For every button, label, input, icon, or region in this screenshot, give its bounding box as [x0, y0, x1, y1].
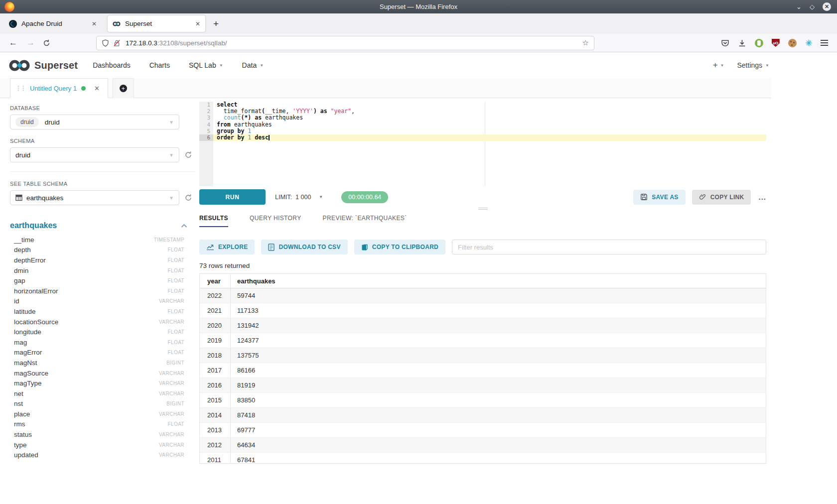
column-name: type	[14, 441, 27, 449]
code-line: count(*) as earthquakes	[213, 115, 766, 121]
column-type: BIGINT	[166, 401, 184, 406]
code-line: order by 1 desc	[213, 134, 766, 141]
save-as-button[interactable]: SAVE AS	[633, 190, 685, 205]
cell-earthquakes: 69777	[231, 423, 766, 437]
cell-earthquakes: 137575	[231, 348, 766, 363]
schema-column-row: typeVARCHAR	[14, 440, 184, 450]
column-type: FLOAT	[168, 309, 184, 314]
ublock-origin-icon[interactable]: uO	[772, 39, 780, 47]
close-query-tab-icon[interactable]: ✕	[94, 85, 100, 92]
new-tab-button[interactable]: +	[213, 18, 219, 29]
add-new-button[interactable]: +▼	[713, 60, 724, 70]
close-tab-icon[interactable]: ✕	[195, 20, 200, 27]
tab-query-history[interactable]: QUERY HISTORY	[250, 215, 301, 227]
superset-logo[interactable]: Superset	[8, 59, 78, 72]
column-header-earthquakes[interactable]: earthquakes	[237, 277, 276, 285]
see-table-schema-label: SEE TABLE SCHEMA	[10, 181, 199, 187]
close-button[interactable]: ✕	[823, 2, 831, 11]
menu-icon[interactable]	[821, 40, 828, 46]
cookie-extension-icon[interactable]	[788, 39, 797, 47]
collapse-chevron-icon[interactable]	[181, 224, 187, 228]
table-icon	[15, 194, 22, 201]
cell-year: 2022	[200, 288, 231, 303]
bookmark-star-icon[interactable]: ☆	[582, 38, 589, 47]
schema-column-row: statusVARCHAR	[14, 429, 184, 440]
cell-year: 2014	[200, 408, 231, 422]
cell-year: 2021	[200, 303, 231, 318]
explore-button[interactable]: EXPLORE	[199, 240, 255, 254]
pocket-icon[interactable]	[721, 39, 729, 47]
schema-column-row: netVARCHAR	[14, 388, 184, 399]
table-select[interactable]: earthquakes ▼	[10, 190, 179, 205]
more-options-button[interactable]: ...	[758, 193, 766, 201]
nav-data[interactable]: Data▼	[242, 61, 264, 69]
column-header-year[interactable]: year	[207, 277, 221, 285]
results-table: year earthquakes 20225974420211171332020…	[199, 273, 766, 464]
cell-year: 2020	[200, 318, 231, 333]
editor-code[interactable]: select time_format(__time, 'YYYY') as "y…	[213, 102, 766, 141]
chevron-down-icon: ▼	[720, 63, 724, 68]
query-tab-title: Untitled Query 1	[30, 85, 77, 92]
insecure-lock-icon[interactable]	[113, 39, 121, 47]
nav-charts[interactable]: Charts	[149, 61, 170, 69]
nav-sql-lab[interactable]: SQL Lab▼	[189, 61, 223, 69]
browser-tab-superset[interactable]: Superset ✕	[108, 15, 205, 32]
nav-dashboards[interactable]: Dashboards	[93, 61, 131, 69]
window-title: Superset — Mozilla Firefox	[0, 3, 837, 10]
privacy-badger-icon[interactable]	[755, 39, 763, 47]
back-button[interactable]: ←	[9, 38, 17, 48]
limit-dropdown[interactable]: LIMIT: 1 000 ▼	[275, 194, 323, 201]
database-select[interactable]: druid druid ▼	[10, 115, 179, 129]
settings-menu[interactable]: Settings▼	[737, 61, 769, 69]
column-type: VARCHAR	[159, 452, 184, 458]
code-line: from earthquakes	[213, 122, 766, 128]
refresh-tables-icon[interactable]	[184, 194, 192, 202]
schema-column-row: rmsFLOAT	[14, 419, 184, 430]
line-number: 1	[199, 102, 213, 108]
column-name: rms	[14, 420, 25, 428]
schema-select[interactable]: druid ▼	[10, 147, 179, 162]
url-text: 172.18.0.3:32108/superset/sqllab/	[126, 39, 227, 47]
drag-handle-icon[interactable]: ⋮⋮	[15, 85, 25, 92]
reload-button[interactable]	[43, 39, 50, 47]
column-type: VARCHAR	[159, 411, 184, 417]
download-icon[interactable]	[738, 39, 746, 47]
forward-button[interactable]: →	[26, 38, 35, 48]
table-row: 2019124377	[200, 333, 766, 348]
query-tab-bar: ⋮⋮ Untitled Query 1 ✕ +	[0, 78, 771, 98]
url-bar[interactable]: 172.18.0.3:32108/superset/sqllab/ ☆	[96, 36, 594, 50]
cell-year: 2013	[200, 423, 231, 437]
close-tab-icon[interactable]: ✕	[92, 20, 97, 27]
download-csv-button[interactable]: DOWNLOAD TO CSV	[261, 240, 347, 254]
extension-asterisk-icon[interactable]: ✳	[805, 39, 812, 47]
line-number: 5	[199, 128, 213, 134]
tab-results[interactable]: RESULTS	[199, 215, 228, 227]
column-name: place	[14, 410, 30, 418]
sql-editor[interactable]: 123456 select time_format(__time, 'YYYY'…	[199, 102, 766, 186]
browser-tab-apache-druid[interactable]: Apache Druid ✕	[4, 15, 102, 32]
sqllab-workspace: 123456 select time_format(__time, 'YYYY'…	[199, 98, 766, 504]
column-type: VARCHAR	[159, 380, 184, 386]
column-name: locationSource	[14, 318, 58, 326]
cell-year: 2012	[200, 438, 231, 452]
filter-results-input[interactable]	[452, 240, 766, 254]
schema-column-row: nstBIGINT	[14, 399, 184, 409]
tab-preview-earthquakes[interactable]: PREVIEW: `EARTHQUAKES`	[323, 215, 407, 227]
schema-column-row: depthFLOAT	[14, 245, 184, 255]
browser-toolbar: ← → 172.18.0.3:32108/superset/sqllab/ ☆ …	[0, 34, 837, 52]
table-row: 2021117133	[200, 303, 766, 318]
tracking-shield-icon[interactable]	[102, 39, 109, 47]
table-row: 2020131942	[200, 318, 766, 333]
query-tab-active[interactable]: ⋮⋮ Untitled Query 1 ✕	[10, 78, 108, 98]
run-button[interactable]: RUN	[199, 189, 266, 205]
column-type: VARCHAR	[159, 371, 184, 376]
add-query-tab[interactable]: +	[113, 78, 134, 98]
maximize-button[interactable]: ◇	[810, 3, 815, 10]
column-name: latitude	[14, 308, 36, 315]
copy-link-button[interactable]: COPY LINK	[692, 190, 751, 205]
minimize-button[interactable]: ⌄	[796, 3, 802, 10]
copy-clipboard-button[interactable]: COPY TO CLIPBOARD	[354, 240, 445, 254]
chart-icon	[206, 244, 214, 251]
pane-resize-handle[interactable]	[199, 205, 766, 212]
refresh-schemas-icon[interactable]	[184, 151, 192, 159]
